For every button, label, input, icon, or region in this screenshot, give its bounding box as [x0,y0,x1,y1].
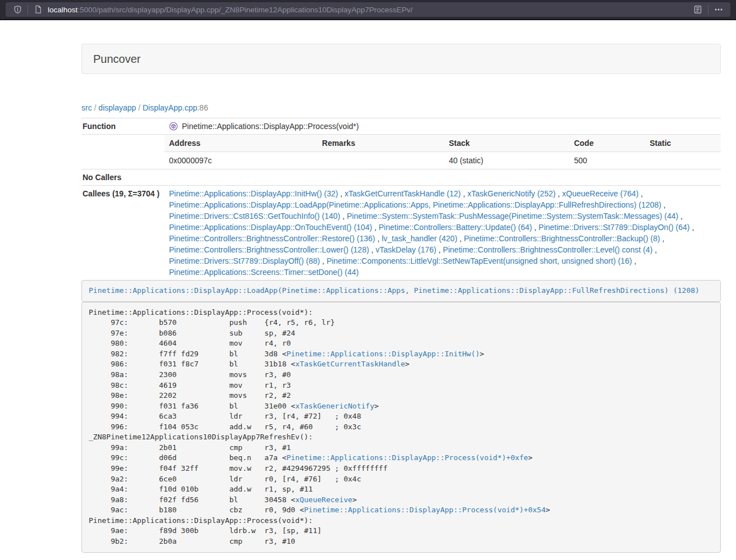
disasm-link[interactable]: Pinetime::Applications::DisplayApp::Proc… [286,453,528,462]
disasm-text: 982: f7ff fd29 bl 3d8 < [89,350,286,358]
disasm-text: 9ac: b180 cbz r0, 9d0 < [89,506,304,514]
url-host: localhost [48,6,77,14]
callee-separator: , [375,234,382,243]
disasm-text: 986: f031 f8c7 bl 31b18 < [89,360,295,368]
disasm-text: 994: 6ca3 ldr r3, [r4, #72] ; 0x48 [89,412,361,420]
no-callers-label: No Callers [81,169,164,186]
brand-panel: Puncover [81,44,721,74]
page-title: Puncover [93,52,709,66]
callee-link[interactable]: vTaskDelay (176) [376,245,436,254]
disasm-link[interactable]: Pinetime::Applications::DisplayApp::Init… [286,350,479,358]
urlbar-divider-right [708,4,708,15]
callee-separator: , [556,189,563,198]
disasm-text: Pinetime::Applications::DisplayApp::Proc… [89,308,313,316]
disasm-link[interactable]: xQueueReceive [295,495,353,504]
stats-header-cell: Address [164,135,318,152]
url-bar[interactable]: localhost:5000/path/src/displayapp/Displ… [6,2,730,17]
disasm-link[interactable]: xTaskGenericNotify [295,402,374,410]
callee-separator: , [340,212,347,221]
menu-ellipsis-icon[interactable] [712,3,725,16]
browser-toolbar: localhost:5000/path/src/displayapp/Displ… [0,0,736,19]
disassembly-block: Pinetime::Applications::DisplayApp::Proc… [81,302,721,553]
callee-link[interactable]: xQueueReceive (764) [562,189,638,198]
callee-link[interactable]: Pinetime::Drivers::St7789::DisplayOn() (… [538,223,689,232]
callee-link[interactable]: xTaskGetCurrentTaskHandle (12) [345,189,461,198]
callee-separator: , [661,200,666,209]
function-row-label: Function [81,118,164,135]
disasm-text: 9a2: 6ce0 ldr r0, [r4, #76] ; 0x4c [89,475,361,483]
stats-header-cell: Remarks [318,135,445,152]
callee-link[interactable]: Pinetime::Controllers::BrightnessControl… [464,234,660,243]
stats-value-cell: 500 [569,152,645,169]
callee-separator: , [532,223,539,232]
callee-separator: , [638,189,643,198]
breadcrumb-link[interactable]: displayapp [98,103,136,112]
callees-list: Pinetime::Applications::DisplayApp::Init… [164,186,721,281]
stats-value-cell: 40 (static) [444,152,569,169]
disasm-link[interactable]: xTaskGetCurrentTaskHandle [295,360,405,368]
callee-link[interactable]: Pinetime::Components::LittleVgl::SetNewT… [327,256,632,265]
disasm-text: 98e: 2202 movs r2, #2 [89,391,291,400]
callee-link[interactable]: Pinetime::Applications::DisplayApp::Load… [169,200,661,209]
breadcrumb-separator: / [136,103,143,112]
callee-link[interactable]: Pinetime::Applications::DisplayApp::Init… [169,189,338,198]
breadcrumb-separator: / [92,103,99,112]
stats-value-cell [645,152,721,169]
snippet-block: Pinetime::Applications::DisplayApp::Load… [81,280,721,302]
page-container: Puncover src / displayapp / DisplayApp.c… [81,44,721,553]
disasm-text: 996: f104 053c add.w r5, r4, #60 ; 0x3c [89,423,361,431]
disasm-text: > [405,360,410,368]
callee-link[interactable]: Pinetime::Controllers::BrightnessControl… [169,234,375,243]
reader-view-icon[interactable] [692,3,704,16]
stats-value-cell: 0x0000097c [164,152,318,169]
function-name: Pinetime::Applications::DisplayApp::Proc… [182,121,359,132]
disasm-text: 990: f031 fa36 bl 31e00 < [89,402,295,410]
disasm-text: 980: 4604 mov r4, r0 [89,339,291,347]
disasm-text: > [480,350,484,358]
callee-link[interactable]: Pinetime::Controllers::BrightnessControl… [443,245,652,254]
stats-header-cell: Static [645,135,721,152]
callee-link[interactable]: Pinetime::Controllers::Battery::Update()… [379,223,532,232]
disasm-text: > [374,402,379,410]
disasm-text: 9a8: f02f fd56 bl 30458 < [89,495,295,504]
callee-separator: , [436,245,443,254]
disasm-text: 9ae: f89d 300b ldrb.w r3, [sp, #11] [89,526,322,535]
callee-separator: , [461,189,468,198]
callee-link[interactable]: Pinetime::Applications::Screens::Timer::… [169,268,359,277]
callee-link[interactable]: xTaskGenericNotify (252) [467,189,555,198]
callee-separator: , [690,223,694,232]
callee-separator: , [458,234,464,243]
callee-separator: , [632,256,637,265]
disasm-link[interactable]: Pinetime::Applications::DisplayApp::Proc… [304,506,546,514]
callee-link[interactable]: Pinetime::Applications::DisplayApp::OnTo… [169,223,372,232]
function-symbol-icon [169,122,178,131]
shield-icon[interactable] [11,3,24,16]
stats-table: AddressRemarksStackCodeStatic 0x0000097c… [164,135,721,169]
callee-link[interactable]: Pinetime::Controllers::BrightnessControl… [169,245,369,254]
page-icon [32,3,44,16]
disasm-text: 98c: 4619 mov r1, r3 [89,381,291,389]
stats-value-row: 0x0000097c40 (static)500 [164,152,721,169]
callees-label: Callees (19, Σ=3704 ) [81,186,164,281]
disasm-text: 98a: 2300 movs r3, #0 [89,370,291,379]
breadcrumb-link[interactable]: DisplayApp.cpp [143,103,197,112]
callee-link[interactable]: lv_task_handler (420) [382,234,458,243]
disasm-text: _ZN8Pinetime12Applications10DisplayApp7R… [89,433,313,441]
breadcrumb-link[interactable]: src [81,103,92,112]
stats-header-row: AddressRemarksStackCodeStatic [164,135,721,152]
disasm-text: > [528,453,533,462]
callee-separator: , [320,256,327,265]
url-path: :5000/path/src/displayapp/DisplayApp.cpp… [77,6,413,14]
disasm-text: 97c: b570 push {r4, r5, r6, lr} [89,318,335,327]
disasm-text: > [353,495,357,504]
url-text[interactable]: localhost:5000/path/src/displayapp/Displ… [48,6,692,14]
callee-separator: , [678,212,683,221]
callee-link[interactable]: Pinetime::Drivers::St7789::DisplayOff() … [169,256,320,265]
callee-separator: , [369,245,376,254]
disasm-text: 99c: d06d beq.n a7a < [89,453,286,462]
callee-link[interactable]: Pinetime::System::SystemTask::PushMessag… [347,212,679,221]
snippet-link[interactable]: Pinetime::Applications::DisplayApp::Load… [89,286,700,295]
callee-link[interactable]: Pinetime::Drivers::Cst816S::GetTouchInfo… [169,212,340,221]
no-callers-row: No Callers [81,169,721,186]
callee-separator: , [372,223,379,232]
